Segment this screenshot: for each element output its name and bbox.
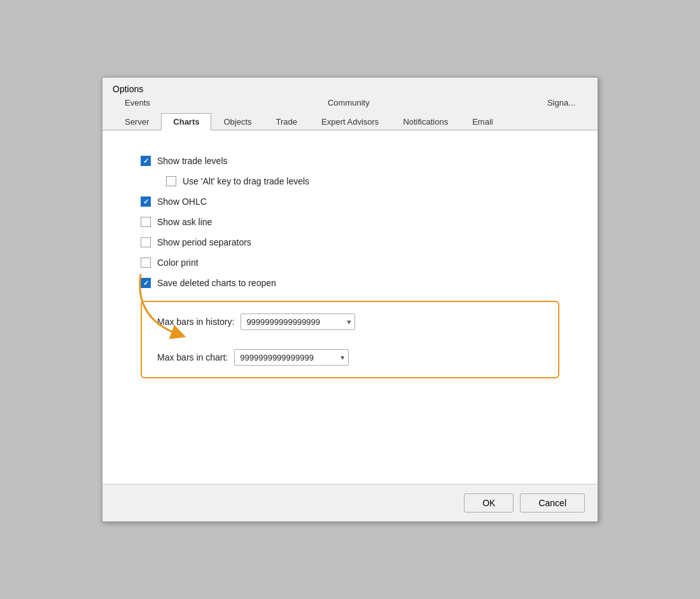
max-bars-chart-value: 9999999999999999 <box>240 353 335 362</box>
checkbox-show-period-separators[interactable] <box>141 237 151 247</box>
title-text: Options <box>113 84 143 94</box>
highlighted-section: Max bars in history: 9999999999999999 ▼ … <box>141 301 559 378</box>
max-bars-history-value: 9999999999999999 <box>246 317 342 327</box>
tab-objects[interactable]: Objects <box>211 113 263 130</box>
checkbox-color-print[interactable] <box>141 258 151 268</box>
dialog-title: Options <box>102 78 598 94</box>
label-save-deleted-charts: Save deleted charts to reopen <box>157 278 276 288</box>
max-bars-chart-dropdown[interactable]: 9999999999999999 ▼ <box>234 349 349 366</box>
bottom-area: OK Cancel <box>102 484 598 521</box>
ok-button[interactable]: OK <box>464 493 514 513</box>
content-area: Show trade levels Use 'Alt' key to drag … <box>102 130 598 484</box>
max-bars-chart-group: Max bars in chart: 9999999999999999 ▼ <box>157 349 349 366</box>
option-show-period-separators: Show period separators <box>141 237 559 247</box>
tabs-container: Events Community Signa... Server Charts … <box>102 94 598 130</box>
label-show-ask-line: Show ask line <box>157 217 212 227</box>
tab-events[interactable]: Events <box>113 94 162 111</box>
max-bars-chart-label: Max bars in chart: <box>157 352 228 362</box>
checkbox-show-trade-levels[interactable] <box>141 156 151 166</box>
max-bars-history-chevron: ▼ <box>346 319 352 326</box>
checkbox-show-ask-line[interactable] <box>141 217 151 227</box>
label-show-trade-levels: Show trade levels <box>157 156 228 166</box>
cancel-button[interactable]: Cancel <box>520 493 585 513</box>
label-color-print: Color print <box>157 258 199 268</box>
label-show-period-separators: Show period separators <box>157 237 251 247</box>
max-bars-history-label: Max bars in history: <box>157 317 234 327</box>
tab-email[interactable]: Email <box>460 113 505 130</box>
option-color-print: Color print <box>141 258 559 268</box>
max-bars-history-dropdown[interactable]: 9999999999999999 ▼ <box>241 313 355 330</box>
options-list: Show trade levels Use 'Alt' key to drag … <box>141 156 559 288</box>
label-show-ohlc: Show OHLC <box>157 196 207 207</box>
tab-notifications[interactable]: Notifications <box>391 113 460 130</box>
options-dialog: Options Events Community Signa... Server… <box>102 77 598 522</box>
tab-server[interactable]: Server <box>113 113 161 130</box>
option-show-ohlc: Show OHLC <box>141 196 559 207</box>
option-use-alt-key: Use 'Alt' key to drag trade levels <box>166 176 559 186</box>
option-show-ask-line: Show ask line <box>141 217 559 227</box>
option-save-deleted-charts: Save deleted charts to reopen <box>141 278 559 288</box>
checkbox-save-deleted-charts[interactable] <box>141 278 151 288</box>
checkbox-show-ohlc[interactable] <box>141 196 151 207</box>
max-bars-chart-chevron: ▼ <box>339 354 346 361</box>
max-bars-history-group: Max bars in history: 9999999999999999 ▼ <box>157 313 355 330</box>
tab-expert-advisors[interactable]: Expert Advisors <box>309 113 391 130</box>
checkbox-use-alt-key[interactable] <box>166 176 176 186</box>
label-use-alt-key: Use 'Alt' key to drag trade levels <box>183 176 309 186</box>
tab-trade[interactable]: Trade <box>264 113 309 130</box>
option-show-trade-levels: Show trade levels <box>141 156 559 166</box>
tab-signals[interactable]: Signa... <box>535 94 587 111</box>
tab-charts[interactable]: Charts <box>161 113 211 130</box>
tabs-row-bottom: Server Charts Objects Trade Expert Advis… <box>102 113 598 130</box>
tabs-row-top: Events Community Signa... <box>102 94 598 111</box>
tab-community[interactable]: Community <box>316 94 382 111</box>
